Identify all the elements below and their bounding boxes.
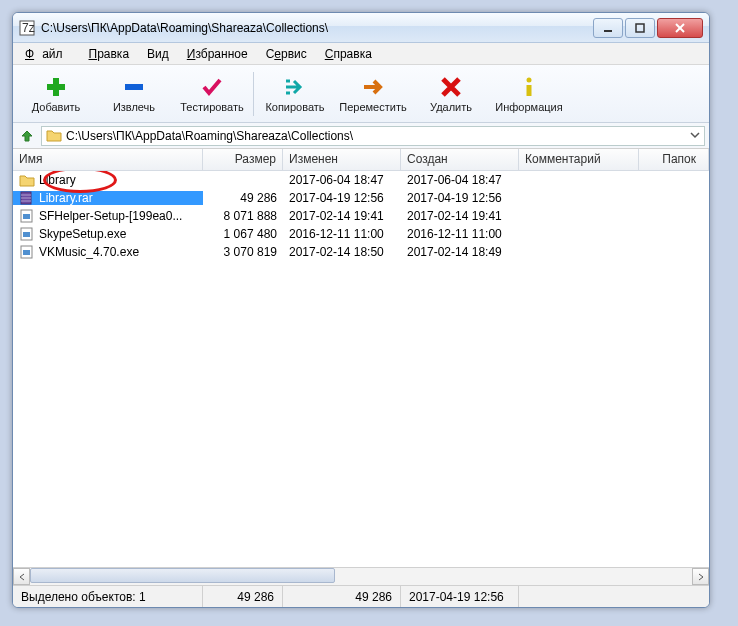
menubar: Файл Правка Вид Избранное Сервис Справка <box>13 43 709 65</box>
menu-view[interactable]: Вид <box>139 45 177 63</box>
extract-button[interactable]: Извлечь <box>95 68 173 120</box>
file-created: 2016-12-11 11:00 <box>401 227 519 241</box>
close-button[interactable] <box>657 18 703 38</box>
exe-icon <box>19 227 35 241</box>
col-size[interactable]: Размер <box>203 149 283 170</box>
file-size: 49 286 <box>203 191 283 205</box>
toolbar-separator <box>253 72 254 116</box>
toolbar: Добавить Извлечь Тестировать Копировать … <box>13 65 709 123</box>
col-folders[interactable]: Папок <box>639 149 709 170</box>
menu-help[interactable]: Справка <box>317 45 380 63</box>
path-input[interactable]: C:\Users\ПК\AppData\Roaming\Shareaza\Col… <box>41 126 705 146</box>
statusbar: Выделено объектов: 1 49 286 49 286 2017-… <box>13 585 709 607</box>
file-row[interactable]: SkypeSetup.exe1 067 4802016-12-11 11:002… <box>13 225 709 243</box>
scroll-left-button[interactable] <box>13 568 30 585</box>
svg-rect-16 <box>23 232 30 237</box>
svg-line-4 <box>676 24 684 32</box>
status-size: 49 286 <box>203 586 283 607</box>
file-name: VKMusic_4.70.exe <box>39 245 139 259</box>
file-name: SkypeSetup.exe <box>39 227 126 241</box>
path-text: C:\Users\ПК\AppData\Roaming\Shareaza\Col… <box>66 129 353 143</box>
menu-file[interactable]: Файл <box>17 45 79 63</box>
file-modified: 2017-04-19 12:56 <box>283 191 401 205</box>
file-size: 8 071 888 <box>203 209 283 223</box>
info-button[interactable]: Информация <box>490 68 568 120</box>
status-date: 2017-04-19 12:56 <box>401 586 519 607</box>
file-row[interactable]: Library.rar49 2862017-04-19 12:562017-04… <box>13 189 709 207</box>
file-modified: 2017-02-14 18:50 <box>283 245 401 259</box>
file-created: 2017-06-04 18:47 <box>401 173 519 187</box>
check-icon <box>198 75 226 99</box>
copy-button[interactable]: Копировать <box>256 68 334 120</box>
col-name[interactable]: Имя <box>13 149 203 170</box>
minus-icon <box>120 75 148 99</box>
horizontal-scrollbar[interactable] <box>13 567 709 585</box>
status-selection: Выделено объектов: 1 <box>13 586 203 607</box>
file-created: 2017-02-14 19:41 <box>401 209 519 223</box>
svg-rect-3 <box>636 24 644 32</box>
maximize-button[interactable] <box>625 18 655 38</box>
folder-icon <box>19 173 35 187</box>
file-list[interactable]: Library2017-06-04 18:472017-06-04 18:47L… <box>13 171 709 567</box>
app-icon: 7z <box>19 20 35 36</box>
svg-point-7 <box>527 77 532 82</box>
scroll-right-button[interactable] <box>692 568 709 585</box>
delete-button[interactable]: Удалить <box>412 68 490 120</box>
plus-icon <box>42 75 70 99</box>
file-name: Library <box>39 173 76 187</box>
file-modified: 2017-02-14 19:41 <box>283 209 401 223</box>
exe-icon <box>19 245 35 259</box>
col-created[interactable]: Создан <box>401 149 519 170</box>
x-icon <box>437 75 465 99</box>
col-comment[interactable]: Комментарий <box>519 149 639 170</box>
svg-line-5 <box>676 24 684 32</box>
add-button[interactable]: Добавить <box>17 68 95 120</box>
file-modified: 2017-06-04 18:47 <box>283 173 401 187</box>
copy-arrow-icon <box>281 75 309 99</box>
scroll-thumb[interactable] <box>30 568 335 583</box>
svg-rect-14 <box>23 214 30 219</box>
file-created: 2017-04-19 12:56 <box>401 191 519 205</box>
window-controls <box>591 18 703 38</box>
move-button[interactable]: Переместить <box>334 68 412 120</box>
window: 7z C:\Users\ПК\AppData\Roaming\Shareaza\… <box>12 12 710 608</box>
scroll-track[interactable] <box>30 568 692 585</box>
column-headers: Имя Размер Изменен Создан Комментарий Па… <box>13 149 709 171</box>
dropdown-icon[interactable] <box>690 129 700 143</box>
minimize-button[interactable] <box>593 18 623 38</box>
file-row[interactable]: Library2017-06-04 18:472017-06-04 18:47 <box>13 171 709 189</box>
file-row[interactable]: SFHelper-Setup-[199ea0...8 071 8882017-0… <box>13 207 709 225</box>
file-created: 2017-02-14 18:49 <box>401 245 519 259</box>
info-icon <box>515 75 543 99</box>
file-name: Library.rar <box>39 191 93 205</box>
status-size2: 49 286 <box>283 586 401 607</box>
file-row[interactable]: VKMusic_4.70.exe3 070 8192017-02-14 18:5… <box>13 243 709 261</box>
window-title: C:\Users\ПК\AppData\Roaming\Shareaza\Col… <box>41 21 591 35</box>
menu-edit[interactable]: Правка <box>81 45 138 63</box>
move-arrow-icon <box>359 75 387 99</box>
file-size: 3 070 819 <box>203 245 283 259</box>
pathbar: C:\Users\ПК\AppData\Roaming\Shareaza\Col… <box>13 123 709 149</box>
file-modified: 2016-12-11 11:00 <box>283 227 401 241</box>
titlebar[interactable]: 7z C:\Users\ПК\AppData\Roaming\Shareaza\… <box>13 13 709 43</box>
folder-icon <box>46 128 62 144</box>
svg-text:7z: 7z <box>22 21 35 35</box>
file-size: 1 067 480 <box>203 227 283 241</box>
svg-rect-18 <box>23 250 30 255</box>
svg-rect-8 <box>527 85 532 96</box>
status-empty <box>519 586 709 607</box>
up-button[interactable] <box>17 126 37 146</box>
rar-icon <box>19 191 35 205</box>
menu-favorites[interactable]: Избранное <box>179 45 256 63</box>
menu-tools[interactable]: Сервис <box>258 45 315 63</box>
file-name: SFHelper-Setup-[199ea0... <box>39 209 182 223</box>
test-button[interactable]: Тестировать <box>173 68 251 120</box>
exe-icon <box>19 209 35 223</box>
col-modified[interactable]: Изменен <box>283 149 401 170</box>
